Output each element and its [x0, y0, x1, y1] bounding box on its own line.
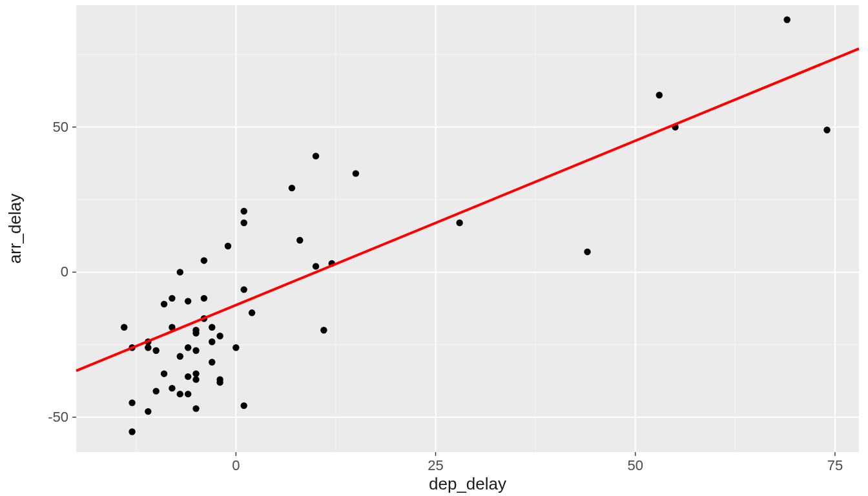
data-point: [192, 376, 199, 382]
data-point: [313, 263, 319, 269]
data-point: [177, 353, 183, 360]
data-point: [289, 185, 295, 191]
data-point: [129, 428, 135, 435]
data-point: [216, 333, 223, 339]
data-point: [201, 295, 207, 302]
y-tick-label: -50: [48, 409, 68, 425]
data-point: [296, 237, 303, 243]
data-point: [241, 220, 247, 226]
data-point: [185, 298, 191, 304]
y-tick-label: 50: [53, 119, 68, 135]
y-axis-title: arr_delay: [5, 194, 25, 264]
x-axis-title: dep_delay: [429, 474, 506, 493]
data-point: [201, 257, 207, 264]
data-point: [192, 330, 199, 336]
data-point: [169, 385, 175, 391]
data-point: [313, 152, 319, 159]
y-tick-label: 0: [61, 264, 68, 280]
x-tick-label: 50: [627, 457, 643, 473]
data-point: [353, 170, 359, 176]
data-point: [192, 405, 199, 411]
data-point: [209, 338, 215, 345]
scatter-plot: 0255075-50050dep_delayarr_delay: [0, 0, 868, 496]
data-point: [161, 370, 167, 377]
data-point: [241, 286, 247, 293]
data-point: [145, 344, 151, 351]
data-point: [192, 370, 199, 377]
data-point: [656, 92, 663, 98]
data-point: [209, 359, 215, 366]
data-point: [783, 16, 790, 23]
data-point: [192, 347, 199, 354]
data-point: [185, 344, 191, 351]
data-point: [320, 327, 327, 333]
data-point: [241, 402, 247, 409]
data-point: [169, 295, 175, 302]
data-point: [241, 208, 247, 214]
x-tick-label: 75: [827, 457, 843, 473]
plot-panel: [76, 5, 859, 452]
data-point: [823, 127, 830, 133]
data-point: [209, 324, 215, 331]
data-point: [249, 309, 255, 316]
data-point: [129, 399, 135, 406]
data-point: [121, 324, 127, 331]
data-point: [177, 391, 183, 397]
chart-svg: 0255075-50050dep_delayarr_delay: [0, 0, 868, 496]
data-point: [456, 220, 462, 226]
data-point: [177, 269, 183, 275]
data-point: [152, 347, 159, 354]
x-tick-label: 0: [232, 457, 240, 473]
data-point: [161, 301, 167, 307]
data-point: [152, 388, 159, 394]
data-point: [225, 243, 231, 249]
data-point: [232, 344, 239, 351]
data-point: [145, 408, 151, 415]
data-point: [584, 249, 590, 255]
x-tick-label: 25: [428, 457, 443, 473]
data-point: [216, 379, 223, 386]
data-point: [185, 391, 191, 397]
data-point: [185, 373, 191, 380]
